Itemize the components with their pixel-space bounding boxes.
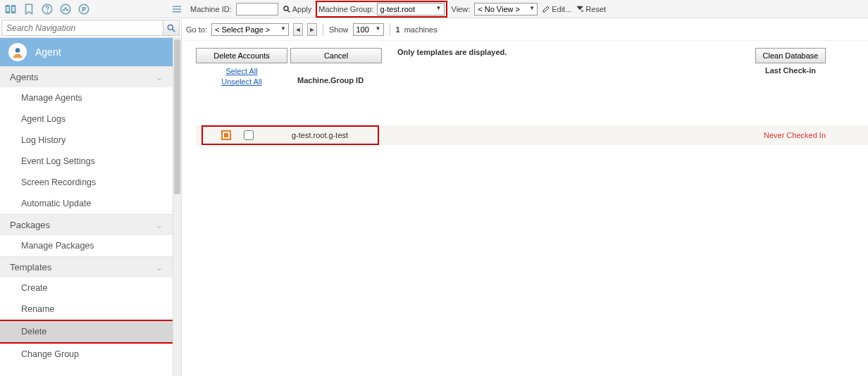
nav-section-templates[interactable]: Templates⌄ — [0, 256, 173, 277]
svg-point-18 — [284, 6, 288, 11]
cancel-button[interactable]: Cancel — [290, 48, 382, 63]
row-checkbox[interactable] — [244, 130, 254, 140]
col-last-checkin: Last Check-in — [755, 66, 826, 75]
nav-item-screen-recordings[interactable]: Screen Recordings — [0, 172, 173, 193]
svg-point-10 — [61, 4, 70, 14]
svg-point-22 — [168, 25, 173, 30]
machine-group-select[interactable]: g-test.root — [377, 3, 445, 15]
nav-item-event-log-settings[interactable]: Event Log Settings — [0, 151, 173, 172]
top-toolbar: Machine ID: Apply Machine Group: g-test.… — [0, 0, 868, 18]
view-select[interactable]: < No View > — [474, 3, 538, 15]
machine-id-input[interactable] — [236, 3, 278, 15]
machine-group-highlight: Machine Group: g-test.root — [316, 1, 447, 18]
sidebar: Agent Agents⌄ Manage Agents Agent Logs L… — [0, 18, 182, 376]
scrollbar-thumb[interactable] — [174, 39, 180, 194]
table-row: g-test.root.g-test Never Checked In — [196, 125, 868, 145]
module-title: Agent — [35, 46, 61, 58]
chevron-down-icon: ⌄ — [156, 73, 163, 82]
nav-item-create[interactable]: Create — [0, 277, 173, 299]
chevron-down-icon: ⌄ — [156, 220, 163, 230]
notes-icon[interactable] — [78, 3, 90, 15]
nav-item-rename[interactable]: Rename — [0, 299, 173, 320]
search-button[interactable] — [163, 20, 180, 36]
goto-label: Go to: — [186, 25, 207, 34]
machine-count-label: machines — [404, 25, 438, 34]
search-input[interactable] — [1, 20, 163, 36]
apply-button[interactable]: Apply — [283, 5, 312, 13]
clean-database-button[interactable]: Clean Database — [755, 48, 826, 63]
nav-toggle-icon[interactable] — [4, 3, 17, 15]
main-content: Go to: < Select Page > ◄ ► Show 100 1 ma… — [182, 18, 868, 376]
nav-item-manage-agents[interactable]: Manage Agents — [0, 87, 173, 108]
chevron-down-icon: ⌄ — [156, 263, 163, 272]
nav-item-agent-logs[interactable]: Agent Logs — [0, 108, 173, 130]
show-select[interactable]: 100 — [353, 23, 384, 36]
machine-group-label: Machine Group: — [318, 5, 373, 13]
nav-section-agents[interactable]: Agents⌄ — [0, 66, 173, 87]
svg-line-23 — [173, 29, 175, 32]
menu-icon[interactable] — [170, 3, 183, 15]
template-status-icon — [221, 130, 231, 140]
machine-id-label: Machine ID: — [190, 5, 232, 13]
row-machine-id: g-test.root.g-test — [292, 131, 348, 139]
nav-item-delete[interactable]: Delete — [0, 321, 173, 342]
unselect-all-link[interactable]: Unselect All — [196, 77, 287, 87]
edit-button[interactable]: Edit... — [542, 5, 571, 13]
nav-item-log-history[interactable]: Log History — [0, 130, 173, 151]
agent-avatar-icon — [8, 43, 27, 61]
nav-item-manage-packages[interactable]: Manage Packages — [0, 235, 173, 256]
machine-count: 1 — [396, 25, 400, 34]
svg-line-19 — [287, 10, 290, 12]
prev-page-button[interactable]: ◄ — [293, 23, 303, 36]
templates-note: Only templates are displayed. — [397, 48, 507, 56]
next-page-button[interactable]: ► — [307, 23, 317, 36]
bookmark-icon[interactable] — [23, 3, 35, 15]
goto-select[interactable]: < Select Page > — [211, 23, 289, 36]
apply-label: Apply — [292, 5, 312, 13]
reset-button[interactable]: Reset — [576, 5, 606, 13]
nav-item-change-group[interactable]: Change Group — [0, 344, 173, 365]
nav-section-packages[interactable]: Packages⌄ — [0, 214, 173, 235]
row-checkin-status: Never Checked In — [764, 131, 826, 139]
view-label: View: — [452, 5, 471, 13]
show-label: Show — [329, 25, 349, 34]
svg-point-25 — [16, 48, 20, 53]
module-header[interactable]: Agent — [0, 38, 173, 66]
sidebar-scrollbar[interactable] — [173, 38, 181, 376]
delete-accounts-button[interactable]: Delete Accounts — [196, 48, 287, 63]
nav-item-automatic-update[interactable]: Automatic Update — [0, 193, 173, 214]
status-icon[interactable] — [59, 3, 72, 15]
col-machine-group-id: Machine.Group ID — [297, 76, 364, 84]
help-icon[interactable] — [41, 3, 54, 15]
svg-point-9 — [47, 11, 48, 12]
filter-bar: Go to: < Select Page > ◄ ► Show 100 1 ma… — [182, 18, 868, 41]
select-all-link[interactable]: Select All — [196, 66, 287, 77]
